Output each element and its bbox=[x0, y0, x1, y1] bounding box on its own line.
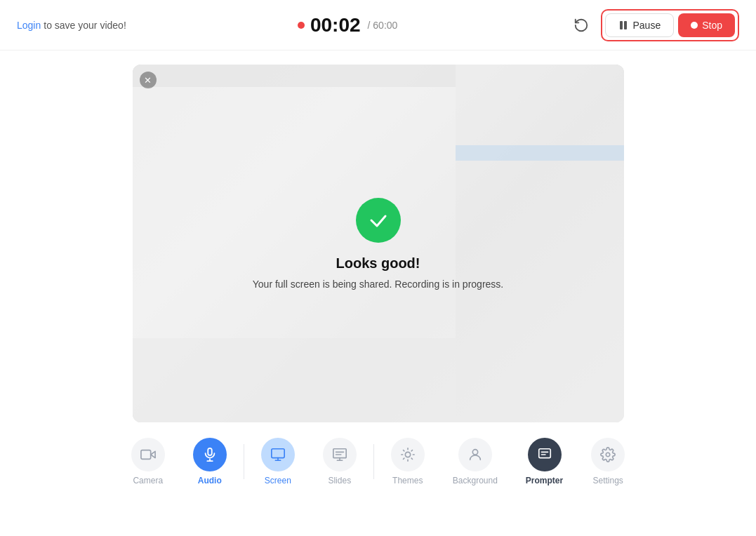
screen-share-overlay: Looks good! Your full screen is being sh… bbox=[133, 65, 624, 422]
pause-button[interactable]: Pause bbox=[605, 13, 674, 37]
header-center: 00:02 / 60:00 bbox=[298, 14, 397, 36]
overlay-subtitle: Your full screen is being shared. Record… bbox=[253, 279, 503, 290]
stop-dot bbox=[691, 22, 698, 29]
divider-2 bbox=[373, 444, 374, 479]
toolbar-item-camera[interactable]: Camera bbox=[117, 432, 179, 491]
audio-label: Audio bbox=[198, 476, 222, 485]
camera-icon bbox=[140, 447, 156, 462]
microphone-icon bbox=[202, 447, 218, 462]
restart-button[interactable] bbox=[569, 13, 594, 38]
timer-total: / 60:00 bbox=[368, 20, 398, 31]
screen-icon-circle bbox=[261, 438, 295, 471]
screen-label: Screen bbox=[265, 476, 291, 485]
overlay-title: Looks good! bbox=[336, 255, 420, 272]
settings-icon bbox=[600, 447, 616, 462]
slides-icon-circle bbox=[323, 438, 357, 471]
svg-rect-9 bbox=[333, 449, 346, 458]
close-preview-button[interactable]: ✕ bbox=[140, 72, 157, 88]
svg-point-15 bbox=[472, 450, 477, 455]
header-right: Pause Stop bbox=[569, 9, 739, 41]
header-left: Login to save your video! bbox=[17, 20, 126, 31]
header: Login to save your video! 00:02 / 60:00 … bbox=[0, 0, 756, 51]
stop-label: Stop bbox=[702, 20, 722, 31]
svg-rect-2 bbox=[141, 450, 151, 460]
background-icon-circle bbox=[458, 438, 492, 471]
save-prompt-text: to save your video! bbox=[44, 20, 126, 31]
timer-display: 00:02 bbox=[310, 14, 361, 36]
svg-point-14 bbox=[405, 452, 410, 457]
svg-point-19 bbox=[606, 453, 610, 457]
divider-1 bbox=[244, 444, 244, 479]
success-icon-circle bbox=[356, 198, 401, 243]
camera-icon-circle bbox=[131, 438, 165, 471]
svg-rect-1 bbox=[624, 21, 627, 29]
controls-outline: Pause Stop bbox=[601, 9, 739, 41]
prompter-icon-circle bbox=[528, 438, 562, 471]
screen-preview: ✕ Looks good! Your full screen is being … bbox=[133, 65, 624, 422]
toolbar-item-settings[interactable]: Settings bbox=[577, 432, 639, 491]
background-icon bbox=[467, 447, 483, 462]
toolbar-item-audio[interactable]: Audio bbox=[179, 432, 241, 491]
toolbar-item-slides[interactable]: Slides bbox=[309, 432, 371, 491]
recording-dot bbox=[298, 22, 305, 29]
slides-label: Slides bbox=[328, 476, 351, 485]
toolbar-item-themes[interactable]: Themes bbox=[377, 432, 439, 491]
svg-rect-0 bbox=[620, 21, 623, 29]
pause-label: Pause bbox=[632, 20, 661, 31]
prompter-icon bbox=[537, 447, 552, 462]
slides-icon bbox=[332, 447, 347, 462]
prompter-label: Prompter bbox=[526, 476, 563, 485]
checkmark-icon bbox=[367, 209, 390, 232]
login-link[interactable]: Login bbox=[17, 20, 41, 31]
themes-icon bbox=[400, 447, 416, 462]
toolbar-item-prompter[interactable]: Prompter bbox=[512, 432, 577, 491]
settings-label: Settings bbox=[593, 476, 623, 485]
toolbar-item-background[interactable]: Background bbox=[439, 432, 512, 491]
themes-label: Themes bbox=[392, 476, 423, 485]
camera-label: Camera bbox=[133, 476, 163, 485]
screen-icon bbox=[270, 447, 286, 462]
main-content: ✕ Looks good! Your full screen is being … bbox=[0, 51, 756, 536]
stop-button[interactable]: Stop bbox=[678, 13, 735, 37]
background-label: Background bbox=[453, 476, 498, 485]
bottom-toolbar: Camera Audio bbox=[0, 432, 756, 491]
toolbar-item-screen[interactable]: Screen bbox=[247, 432, 309, 491]
themes-icon-circle bbox=[391, 438, 425, 471]
svg-rect-6 bbox=[272, 449, 284, 458]
settings-icon-circle bbox=[591, 438, 625, 471]
svg-rect-3 bbox=[208, 448, 212, 455]
audio-icon-circle bbox=[193, 438, 227, 471]
svg-rect-16 bbox=[538, 449, 550, 458]
